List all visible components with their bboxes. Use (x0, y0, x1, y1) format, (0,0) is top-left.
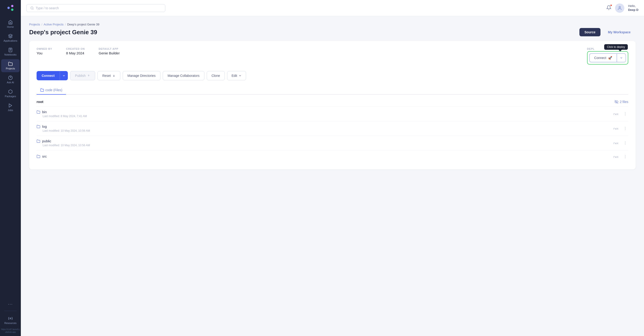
file-menu-button[interactable] (622, 140, 628, 146)
created-on-value: 8 May 2024 (66, 51, 84, 55)
connect-label: Connect (42, 74, 55, 78)
svg-marker-9 (9, 104, 12, 107)
sidebar-item-ask-ai-label: Ask AI (7, 81, 14, 84)
manage-directories-label: Manage Directories (128, 74, 156, 78)
svg-point-24 (625, 143, 626, 143)
reset-label: Reset (102, 74, 111, 78)
sidebar-item-more[interactable]: ... (1, 298, 20, 308)
svg-point-19 (625, 115, 626, 115)
connect-chevron-button[interactable] (60, 71, 68, 80)
connect-button[interactable]: Connect (36, 71, 60, 80)
connect-btn-group: Connect 🚀 (589, 54, 626, 62)
ellipsis-icon (623, 126, 627, 130)
deploy-tooltip: Click to deploy (604, 44, 628, 50)
page-header: Deep's project Genie 39 Source My Worksp… (29, 28, 636, 36)
ellipsis-icon (623, 112, 627, 116)
chevron-down-icon (620, 56, 623, 60)
svg-point-13 (619, 6, 620, 8)
notification-button[interactable] (606, 5, 611, 11)
search-input[interactable] (36, 6, 161, 10)
file-name-text: log (42, 124, 47, 128)
file-permissions: rwx (613, 127, 618, 130)
table-row[interactable]: public Last modified: 10 May 2024, 10:56… (36, 136, 628, 150)
file-permissions: rwx (613, 142, 618, 145)
sidebar-item-home[interactable]: Home (1, 18, 20, 30)
sidebar-item-applications[interactable]: Applications (1, 32, 20, 44)
connect-deploy-chevron[interactable] (617, 54, 626, 62)
sidebar-item-jobs[interactable]: Jobs (1, 101, 20, 114)
file-root-label: root (36, 100, 43, 104)
file-name-text: src (42, 154, 47, 158)
sidebar-item-resources[interactable]: Resources (1, 314, 20, 327)
file-row-left: bin Last modified: 8 May 2024, 7:41 AM (36, 110, 613, 118)
tab-code-files[interactable]: code (Files) (36, 86, 66, 95)
default-app-value: Genie Builder (98, 51, 120, 55)
file-menu-button[interactable] (622, 126, 628, 132)
svg-point-2 (11, 8, 14, 11)
connect-button-group: Connect (36, 71, 68, 80)
svg-point-25 (625, 144, 626, 144)
svg-point-26 (625, 155, 626, 156)
avatar[interactable] (615, 4, 624, 13)
file-row-right: rwx (613, 140, 628, 146)
source-button[interactable]: Source (580, 28, 600, 36)
sidebar-item-notebooks-label: Notebooks (4, 53, 17, 56)
svg-line-12 (33, 8, 34, 9)
search-box[interactable] (26, 4, 165, 12)
edit-label: Edit (232, 74, 237, 78)
default-app-label: DEFAULT APP (98, 48, 120, 50)
sidebar-item-ask-ai[interactable]: Ask AI (1, 73, 20, 86)
sidebar-item-notebooks[interactable]: Notebooks (1, 45, 20, 58)
file-name-text: public (42, 139, 51, 143)
file-name: public (36, 139, 613, 143)
file-root-header: root 2 files (36, 99, 628, 106)
app-logo[interactable] (5, 3, 16, 13)
breadcrumb-projects[interactable]: Projects (29, 23, 40, 26)
user-greeting: Hello, Deep D (628, 4, 638, 12)
table-row[interactable]: src rwx (36, 150, 628, 163)
deploy-wrapper: Click to deploy Connect 🚀 (587, 51, 628, 64)
connect-deploy-button[interactable]: Connect 🚀 (589, 54, 617, 62)
svg-point-1 (11, 5, 14, 7)
user-name: Deep D (628, 8, 638, 12)
file-modified: Last modified: 8 May 2024, 7:41 AM (42, 114, 613, 118)
reset-button[interactable]: Reset (98, 71, 120, 80)
manage-collaborators-button[interactable]: Manage Collaborators (163, 71, 204, 80)
file-modified: Last modified: 10 May 2024, 10:56 AM (42, 144, 613, 147)
folder-icon (36, 125, 40, 128)
file-name-text: bin (42, 110, 47, 114)
manage-directories-button[interactable]: Manage Directories (123, 71, 160, 80)
workspace-button[interactable]: My Workspace (603, 28, 636, 36)
files-tabs: code (Files) (36, 86, 628, 95)
svg-point-20 (625, 127, 626, 128)
file-row-right: rwx (613, 126, 628, 132)
file-row-left: src (36, 154, 613, 159)
edit-button[interactable]: Edit (227, 71, 246, 80)
sidebar-item-projects-label: Projects (6, 67, 15, 70)
file-row-left: public Last modified: 10 May 2024, 10:56… (36, 139, 613, 147)
table-row[interactable]: log Last modified: 10 May 2024, 10:56 AM… (36, 121, 628, 136)
upload-icon (87, 74, 90, 77)
meta-created-on: CREATED ON 8 May 2024 (66, 48, 85, 55)
table-row[interactable]: bin Last modified: 8 May 2024, 7:41 AM r… (36, 106, 628, 121)
connect-deploy-label: Connect (594, 56, 606, 60)
folder-icon (36, 110, 40, 114)
publish-button[interactable]: Publish (70, 71, 95, 80)
sidebar-item-applications-label: Applications (4, 39, 17, 42)
file-count: 2 files (614, 100, 628, 104)
breadcrumb-active-projects[interactable]: Active Projects (44, 23, 64, 26)
page-content: Projects / Active Projects / Deep's proj… (21, 16, 644, 336)
page-title: Deep's project Genie 39 (29, 29, 97, 36)
sidebar-item-projects[interactable]: Projects (1, 59, 20, 72)
svg-point-22 (625, 129, 626, 130)
file-row-left: log Last modified: 10 May 2024, 10:56 AM (36, 124, 613, 132)
folder-icon (36, 139, 40, 143)
clone-button[interactable]: Clone (207, 71, 225, 80)
file-menu-button[interactable] (622, 154, 628, 160)
file-row-right: rwx (613, 154, 628, 160)
svg-point-11 (31, 7, 33, 9)
sidebar-more-label: ... (8, 301, 13, 306)
file-menu-button[interactable] (622, 111, 628, 117)
files-section: code (Files) root 2 files (36, 86, 628, 163)
sidebar-item-packages[interactable]: Packages (1, 87, 20, 100)
